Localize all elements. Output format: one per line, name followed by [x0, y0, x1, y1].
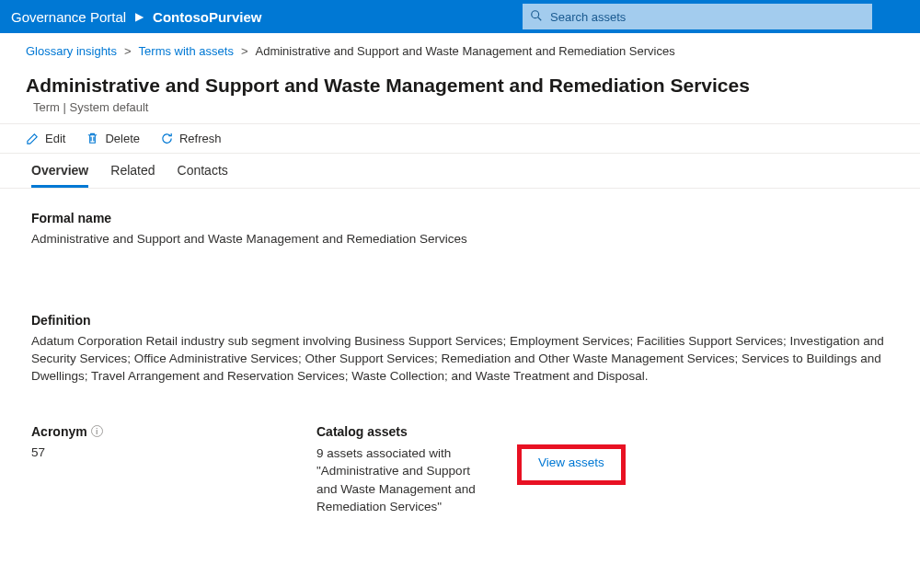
delete-button[interactable]: Delete: [86, 132, 140, 145]
refresh-label: Refresh: [179, 132, 222, 145]
pencil-icon: [26, 132, 40, 145]
svg-point-0: [532, 11, 539, 18]
tabs: Overview Related Contacts: [0, 154, 920, 189]
edit-button[interactable]: Edit: [26, 132, 65, 145]
top-bar: Governance Portal ▶ ContosoPurview: [0, 0, 920, 33]
definition-value: Adatum Corporation Retail industry sub s…: [31, 333, 889, 386]
acronym-value: 57: [31, 444, 280, 462]
view-assets-link[interactable]: View assets: [538, 455, 604, 469]
breadcrumb-glossary-insights[interactable]: Glossary insights: [26, 44, 117, 58]
toolbar: Edit Delete Refresh: [0, 123, 920, 154]
svg-line-1: [538, 17, 542, 21]
refresh-icon: [160, 132, 174, 145]
trash-icon: [86, 132, 99, 145]
breadcrumb-sep-icon: >: [241, 44, 248, 58]
catalog-assets-section: Catalog assets 9 assets associated with …: [316, 424, 889, 516]
columns: Acronym i 57 Catalog assets 9 assets ass…: [31, 424, 889, 516]
refresh-button[interactable]: Refresh: [160, 132, 222, 145]
catalog-assets-heading: Catalog assets: [316, 424, 889, 439]
acronym-heading-row: Acronym i: [31, 424, 280, 439]
portal-title: Governance Portal: [11, 9, 126, 25]
tab-contacts[interactable]: Contacts: [178, 163, 228, 188]
account-name: ContosoPurview: [153, 9, 261, 25]
formal-name-value: Administrative and Support and Waste Man…: [31, 231, 889, 248]
delete-label: Delete: [105, 132, 140, 145]
breadcrumb: Glossary insights > Terms with assets > …: [0, 33, 920, 69]
tab-overview[interactable]: Overview: [31, 163, 88, 188]
tab-related[interactable]: Related: [110, 163, 155, 188]
edit-label: Edit: [45, 132, 65, 145]
search-input[interactable]: [523, 4, 872, 29]
formal-name-section: Formal name Administrative and Support a…: [31, 211, 889, 248]
search-box: [523, 4, 872, 29]
acronym-section: Acronym i 57: [31, 424, 280, 516]
definition-section: Definition Adatum Corporation Retail ind…: [31, 313, 889, 386]
chevron-right-icon: ▶: [135, 10, 144, 23]
view-assets-highlight: View assets: [517, 444, 626, 485]
info-icon[interactable]: i: [91, 425, 103, 437]
breadcrumb-terms-with-assets[interactable]: Terms with assets: [139, 44, 234, 58]
breadcrumb-sep-icon: >: [124, 44, 132, 58]
breadcrumb-current: Administrative and Support and Waste Man…: [255, 44, 674, 58]
search-icon: [530, 9, 543, 22]
content: Formal name Administrative and Support a…: [0, 189, 920, 538]
assets-row: 9 assets associated with "Administrative…: [316, 444, 889, 516]
definition-heading: Definition: [31, 313, 889, 328]
catalog-assets-description: 9 assets associated with "Administrative…: [316, 444, 491, 516]
page-header: Administrative and Support and Waste Man…: [0, 69, 920, 123]
page-title: Administrative and Support and Waste Man…: [26, 75, 894, 97]
formal-name-heading: Formal name: [31, 211, 889, 225]
page-subtitle: Term | System default: [26, 100, 894, 114]
acronym-heading: Acronym: [31, 424, 87, 439]
